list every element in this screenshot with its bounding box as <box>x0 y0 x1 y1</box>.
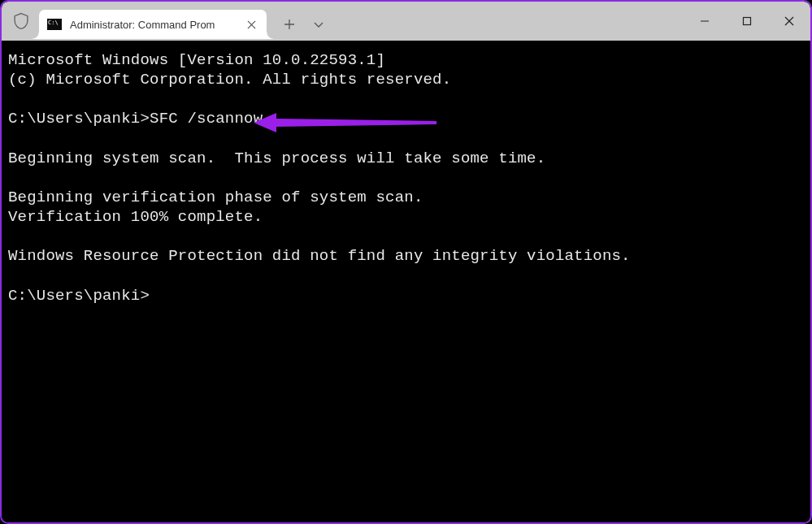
tab-active[interactable]: Administrator: Command Prom <box>39 10 267 39</box>
terminal-prompt: C:\Users\panki> <box>8 286 804 305</box>
terminal-line: Verification 100% complete. <box>8 207 804 227</box>
terminal-line <box>8 227 804 246</box>
terminal-line <box>8 266 804 285</box>
new-tab-button[interactable] <box>275 10 304 39</box>
terminal-line <box>8 89 804 109</box>
close-button[interactable] <box>768 2 810 41</box>
terminal-line: Beginning system scan. This process will… <box>8 149 804 168</box>
terminal-line: (c) Microsoft Corporation. All rights re… <box>8 70 804 89</box>
tab-dropdown-button[interactable] <box>304 10 333 39</box>
cmd-icon <box>47 19 62 30</box>
terminal-line: Beginning verification phase of system s… <box>8 188 804 207</box>
terminal-content[interactable]: Microsoft Windows [Version 10.0.22593.1]… <box>2 41 810 522</box>
terminal-line: C:\Users\panki>SFC /scannow <box>8 109 804 128</box>
minimize-button[interactable] <box>684 2 726 41</box>
maximize-button[interactable] <box>726 2 768 41</box>
tab-title: Administrator: Command Prom <box>70 19 215 31</box>
terminal-line: Microsoft Windows [Version 10.0.22593.1] <box>8 50 804 70</box>
terminal-line <box>8 129 804 149</box>
window-controls <box>684 2 810 41</box>
terminal-line: Windows Resource Protection did not find… <box>8 246 804 266</box>
title-bar: Administrator: Command Prom <box>2 2 810 41</box>
svg-rect-5 <box>744 18 751 25</box>
tab-close-button[interactable] <box>244 17 258 32</box>
terminal-line <box>8 168 804 188</box>
shield-icon <box>13 12 29 30</box>
